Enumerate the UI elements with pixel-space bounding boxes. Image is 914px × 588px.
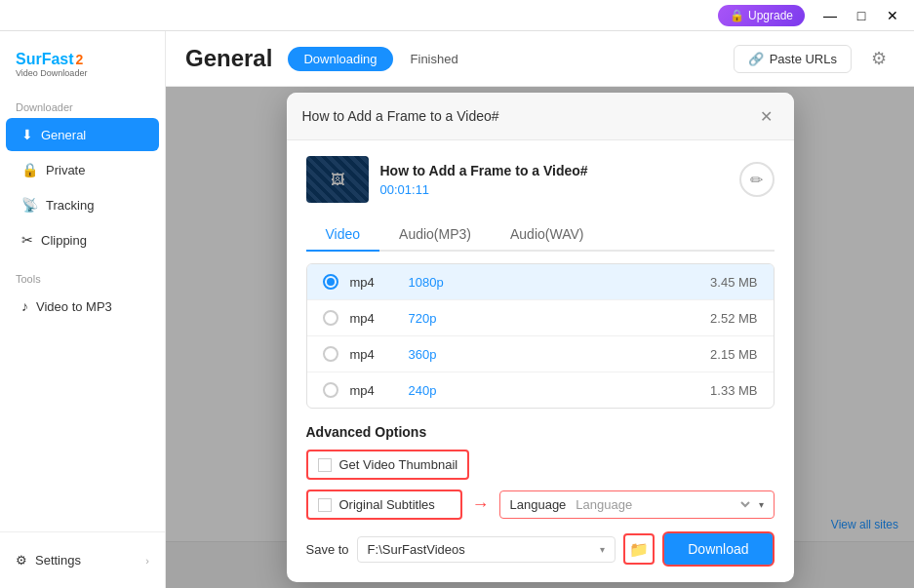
language-select[interactable]: Language	[572, 496, 752, 513]
tab-audio-mp3[interactable]: Audio(MP3)	[379, 218, 491, 252]
upgrade-label: Upgrade	[748, 9, 793, 22]
arrow-right-icon: →	[472, 494, 490, 515]
modal-close-button[interactable]: ✕	[755, 104, 778, 128]
format-quality-1080p: 1080p	[409, 275, 711, 290]
logo-surfast: SurFast	[16, 51, 74, 68]
lock-icon: 🔒	[730, 9, 744, 22]
settings-label: Settings	[35, 553, 81, 568]
save-to-label: Save to	[306, 542, 349, 557]
page-title: General	[185, 45, 272, 72]
format-quality-720p: 720p	[409, 311, 711, 326]
format-quality-360p: 360p	[409, 347, 711, 362]
format-quality-240p: 240p	[409, 383, 711, 398]
language-label: Language	[510, 497, 567, 512]
video-thumbnail: 🖼	[306, 156, 369, 203]
format-row-1080p[interactable]: mp4 1080p 3.45 MB	[307, 264, 774, 300]
modal-title: How to Add a Frame to a Video#	[302, 108, 499, 124]
sidebar: SurFast 2 Video Downloader Downloader ⬇ …	[0, 31, 166, 588]
copy-icon: ✏	[750, 171, 763, 189]
format-size-720p: 2.52 MB	[710, 311, 757, 326]
tab-finished[interactable]: Finished	[395, 47, 474, 71]
logo-subtitle: Video Downloader	[16, 68, 87, 78]
format-row-240p[interactable]: mp4 240p 1.33 MB	[307, 372, 774, 408]
paste-urls-label: Paste URLs	[770, 52, 837, 66]
upgrade-button[interactable]: 🔒 Upgrade	[718, 5, 805, 26]
format-type-360p: mp4	[350, 347, 409, 362]
paste-urls-button[interactable]: 🔗 Paste URLs	[734, 45, 852, 73]
header-right: 🔗 Paste URLs ⚙	[734, 43, 894, 74]
download-icon: ⬇	[21, 127, 33, 142]
format-row-360p[interactable]: mp4 360p 2.15 MB	[307, 336, 774, 372]
copy-link-button[interactable]: ✏	[739, 162, 775, 197]
sidebar-item-video-to-mp3[interactable]: ♪ Video to MP3	[6, 290, 159, 323]
sidebar-label-video-to-mp3: Video to MP3	[36, 299, 112, 314]
downloader-section-label: Downloader	[0, 94, 165, 117]
subtitles-checkbox[interactable]	[318, 498, 332, 512]
format-tabs: Video Audio(MP3) Audio(WAV)	[306, 218, 775, 252]
format-type-1080p: mp4	[350, 275, 409, 290]
sidebar-item-clipping[interactable]: ✂ Clipping	[6, 223, 159, 256]
thumb-inner: 🖼	[306, 156, 369, 203]
thumbnail-checkbox-area[interactable]: Get Video Thumbnail	[306, 450, 470, 480]
logo-number: 2	[76, 52, 84, 67]
clipping-icon: ✂	[21, 232, 33, 248]
format-size-1080p: 3.45 MB	[710, 275, 757, 290]
save-to-row: Save to F:\SurFastVideos ▾ 📁 Download	[306, 531, 775, 567]
subtitles-checkbox-area[interactable]: Original Subtitles	[306, 490, 462, 520]
lock-icon: 🔒	[21, 162, 38, 177]
save-path-wrapper: F:\SurFastVideos ▾	[357, 536, 616, 563]
sidebar-item-general[interactable]: ⬇ General	[6, 118, 159, 151]
modal-backdrop[interactable]: How to Add a Frame to a Video# ✕ 🖼	[166, 87, 914, 588]
format-radio-720p	[323, 310, 338, 326]
sidebar-label-clipping: Clipping	[41, 233, 87, 248]
close-button[interactable]: ✕	[879, 2, 906, 29]
app-body: SurFast 2 Video Downloader Downloader ⬇ …	[0, 31, 914, 588]
modal-header: How to Add a Frame to a Video# ✕	[287, 93, 794, 140]
thumbnail-checkbox[interactable]	[318, 458, 332, 472]
format-radio-1080p	[323, 274, 338, 290]
tab-audio-wav[interactable]: Audio(WAV)	[491, 218, 603, 252]
video-info: 🖼 How to Add a Frame to a Video# 00:01:1…	[306, 156, 775, 203]
format-list: mp4 1080p 3.45 MB mp4 720p 2.52 MB	[306, 263, 775, 409]
tools-section-label: Tools	[0, 265, 165, 289]
format-radio-240p	[323, 382, 338, 398]
sidebar-label-tracking: Tracking	[46, 198, 94, 213]
chevron-right-icon: ›	[145, 555, 149, 567]
gear-icon: ⚙	[16, 553, 27, 568]
sidebar-item-private[interactable]: 🔒 Private	[6, 153, 159, 186]
tab-downloading[interactable]: Downloading	[288, 47, 392, 71]
thumbnail-label: Get Video Thumbnail	[339, 457, 458, 472]
download-button[interactable]: Download	[662, 531, 774, 567]
minimize-button[interactable]: —	[816, 2, 844, 29]
link-icon: 🔗	[748, 52, 764, 66]
maximize-button[interactable]: □	[848, 2, 875, 29]
save-path-text: F:\SurFastVideos	[368, 542, 465, 557]
sidebar-label-general: General	[41, 128, 86, 142]
language-chevron-icon: ▾	[759, 499, 764, 510]
subtitles-label: Original Subtitles	[339, 497, 435, 512]
sidebar-item-tracking[interactable]: 📡 Tracking	[6, 188, 159, 221]
settings-gear-icon: ⚙	[871, 48, 887, 69]
format-row-720p[interactable]: mp4 720p 2.52 MB	[307, 300, 774, 336]
video-duration: 00:01:11	[380, 182, 728, 197]
modal-body: 🖼 How to Add a Frame to a Video# 00:01:1…	[287, 140, 794, 582]
format-size-240p: 1.33 MB	[710, 383, 757, 398]
advanced-options-title: Advanced Options	[306, 424, 775, 440]
format-type-240p: mp4	[350, 383, 409, 398]
tab-video[interactable]: Video	[306, 218, 380, 252]
main-body: How to Add a Frame to a Video# ✕ 🖼	[166, 87, 914, 588]
main-content: General Downloading Finished 🔗 Paste URL…	[166, 31, 914, 588]
language-select-wrapper: Language Language ▾	[499, 490, 775, 519]
save-path-chevron-icon: ▾	[600, 544, 605, 555]
browse-folder-button[interactable]: 📁	[623, 533, 655, 565]
modal-dialog: How to Add a Frame to a Video# ✕ 🖼	[287, 93, 794, 582]
settings-item[interactable]: ⚙ Settings ›	[0, 544, 165, 576]
folder-icon: 📁	[629, 540, 649, 559]
video-details: How to Add a Frame to a Video# 00:01:11	[380, 163, 728, 197]
subtitles-option-row: Original Subtitles → Language Language ▾	[306, 490, 775, 520]
settings-icon-button[interactable]: ⚙	[863, 43, 894, 74]
tab-group: Downloading Finished	[288, 47, 473, 71]
main-header: General Downloading Finished 🔗 Paste URL…	[166, 31, 914, 87]
logo: SurFast 2 Video Downloader	[0, 39, 165, 94]
sidebar-bottom: ⚙ Settings ›	[0, 531, 165, 588]
